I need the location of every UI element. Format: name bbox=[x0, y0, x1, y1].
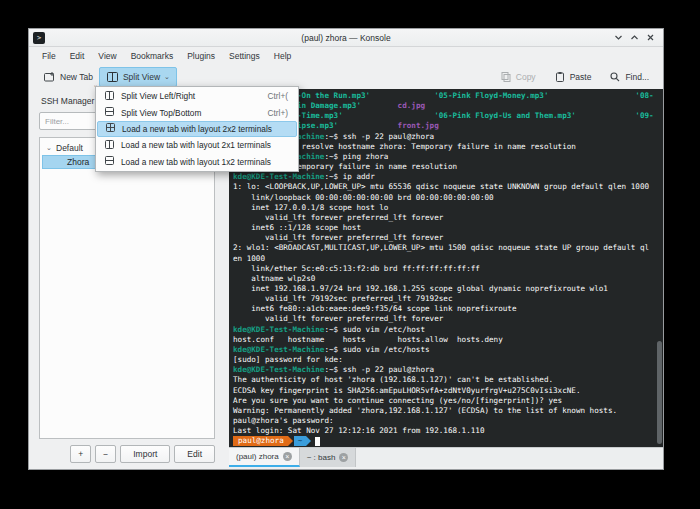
terminal-line: 1: lo: <LOOPBACK,UP,LOWER_UP> mtu 65536 … bbox=[233, 182, 663, 192]
terminal-line: ECDSA key fingerprint is SHA256:amEpuLHO… bbox=[233, 386, 663, 396]
tab-bar: (paul) zhora×~ : bash× bbox=[229, 447, 663, 467]
menu-item-split-view-top-bottom[interactable]: Split View Top/BottomCtrl+) bbox=[97, 104, 297, 120]
powerline-arrow-icon bbox=[288, 436, 293, 446]
paste-label: Paste bbox=[570, 72, 592, 82]
terminal-line: paul@zhora's password: bbox=[233, 416, 663, 426]
tree-item-label: Zhora bbox=[67, 157, 89, 167]
terminal-line: inet 127.0.0.1/8 scope host lo bbox=[233, 203, 663, 213]
add-host-button[interactable]: + bbox=[70, 445, 91, 463]
import-button[interactable]: Import bbox=[120, 445, 170, 463]
terminal-line: inet6 ::1/128 scope host bbox=[233, 223, 663, 233]
search-icon bbox=[609, 71, 621, 83]
split-top-bottom-icon bbox=[104, 106, 115, 119]
menu-item-load-a-new-tab-with-layout-2x1-terminals[interactable]: Load a new tab with layout 2x1 terminals bbox=[97, 137, 297, 153]
window-title: (paul) zhora — Konsole bbox=[29, 33, 663, 43]
menu-item-shortcut: Ctrl+) bbox=[267, 108, 292, 118]
find-button[interactable]: Find... bbox=[603, 68, 655, 86]
menu-edit[interactable]: Edit bbox=[63, 49, 92, 63]
menu-item-label: Load a new tab with layout 2x2 terminals bbox=[122, 124, 272, 134]
menu-plugins[interactable]: Plugins bbox=[180, 49, 222, 63]
copy-label: Copy bbox=[516, 72, 536, 82]
expander-icon[interactable]: ⌄ bbox=[46, 144, 56, 152]
split-view-menu: Split View Left/RightCtrl+(Split View To… bbox=[95, 86, 299, 172]
find-label: Find... bbox=[625, 72, 649, 82]
terminal-line: Warning: Permanently added 'zhora,192.16… bbox=[233, 406, 663, 416]
terminal-line: Last login: Sat Nov 27 12:12:16 2021 fro… bbox=[233, 426, 663, 436]
split-view-icon bbox=[106, 71, 119, 83]
terminal-line: [sudo] password for kde: bbox=[233, 355, 663, 365]
layout-2x2-icon bbox=[105, 122, 116, 135]
terminal-line: kde@KDE-Test-Machine:~$ sudo vim /etc/ho… bbox=[233, 345, 663, 355]
menubar: FileEditViewBookmarksPluginsSettingsHelp bbox=[29, 47, 663, 65]
terminal-line: The authenticity of host 'zhora (192.168… bbox=[233, 375, 663, 385]
terminal-line: kde@KDE-Test-Machine:~$ ssh -p 22 paul@z… bbox=[233, 365, 663, 375]
prompt-user-segment: paul@zhora bbox=[233, 436, 288, 446]
shell-prompt: paul@zhora~ bbox=[233, 436, 663, 446]
menu-file[interactable]: File bbox=[35, 49, 63, 63]
menu-item-split-view-left-right[interactable]: Split View Left/RightCtrl+( bbox=[97, 88, 297, 104]
terminal-line: valid_lft forever preferred_lft forever bbox=[233, 314, 663, 324]
remove-host-button[interactable]: − bbox=[95, 445, 116, 463]
paste-button[interactable]: Paste bbox=[548, 68, 598, 86]
terminal-line: link/loopback 00:00:00:00:00:00 brd 00:0… bbox=[233, 193, 663, 203]
tab-close-icon[interactable]: × bbox=[283, 452, 292, 461]
layout-2x1-icon bbox=[104, 139, 115, 152]
ssh-manager-actions: +−ImportEdit bbox=[39, 445, 215, 463]
tab-label: ~ : bash bbox=[307, 453, 336, 462]
session-tab--bash[interactable]: ~ : bash× bbox=[300, 448, 357, 467]
paste-icon bbox=[554, 71, 566, 83]
titlebar[interactable]: > (paul) zhora — Konsole bbox=[29, 29, 663, 47]
chevron-down-icon: ⌄ bbox=[164, 75, 170, 79]
prompt-path-segment: ~ bbox=[294, 436, 307, 446]
menu-help[interactable]: Help bbox=[267, 49, 298, 63]
konsole-window: > (paul) zhora — Konsole FileEditViewBoo… bbox=[28, 28, 664, 470]
copy-button[interactable]: Copy bbox=[494, 68, 542, 86]
menu-view[interactable]: View bbox=[91, 49, 123, 63]
new-tab-button[interactable]: New Tab ⌄ bbox=[37, 68, 99, 86]
terminal-line: valid_lft forever preferred_lft forever bbox=[233, 233, 663, 243]
menu-item-load-a-new-tab-with-layout-2x2-terminals[interactable]: Load a new tab with layout 2x2 terminals bbox=[97, 121, 297, 137]
split-left-right-icon bbox=[104, 90, 115, 103]
menu-settings[interactable]: Settings bbox=[222, 49, 267, 63]
terminal-line: Are you sure you want to continue connec… bbox=[233, 396, 663, 406]
terminal-line: valid_lft forever preferred_lft forever bbox=[233, 213, 663, 223]
tab-label: (paul) zhora bbox=[236, 452, 279, 461]
terminal-line: inet 192.168.1.97/24 brd 192.168.1.255 s… bbox=[233, 284, 663, 294]
terminal-line: link/ether 5c:e0:c5:13:f2:db brd ff:ff:f… bbox=[233, 264, 663, 274]
terminal-line: kde@KDE-Test-Machine:~$ sudo vim /etc/ho… bbox=[233, 325, 663, 335]
tab-bar-empty-area bbox=[356, 448, 663, 467]
terminal-line: host.conf hostname hosts hosts.allow hos… bbox=[233, 335, 663, 345]
terminal-line: kde@KDE-Test-Machine:~$ ip addr bbox=[233, 172, 663, 182]
terminal-line: valid_lft 79192sec preferred_lft 79192se… bbox=[233, 294, 663, 304]
ssh-host-tree: ⌄ Default Zhora bbox=[39, 137, 215, 439]
terminal-scrollbar[interactable] bbox=[657, 341, 662, 444]
split-view-label: Split View bbox=[123, 72, 160, 82]
new-tab-label: New Tab bbox=[60, 72, 93, 82]
tree-group-label: Default bbox=[56, 143, 83, 153]
powerline-arrow-icon bbox=[306, 436, 311, 446]
menu-item-load-a-new-tab-with-layout-1x2-terminals[interactable]: Load a new tab with layout 1x2 terminals bbox=[97, 154, 297, 170]
menu-bookmarks[interactable]: Bookmarks bbox=[124, 49, 181, 63]
layout-1x2-icon bbox=[104, 155, 115, 168]
terminal-line: inet6 fe80::a1cb:eaee:dee9:f35/64 scope … bbox=[233, 304, 663, 314]
menu-item-label: Split View Left/Right bbox=[121, 91, 195, 101]
menu-item-label: Load a new tab with layout 2x1 terminals bbox=[121, 140, 271, 150]
split-view-button[interactable]: Split View ⌄ bbox=[99, 67, 177, 87]
session-tab--paul-zhora[interactable]: (paul) zhora× bbox=[229, 448, 300, 467]
menu-item-label: Load a new tab with layout 1x2 terminals bbox=[121, 157, 271, 167]
menu-item-label: Split View Top/Bottom bbox=[121, 108, 201, 118]
copy-icon bbox=[500, 71, 512, 83]
terminal-line: en 1000 bbox=[233, 254, 663, 264]
new-tab-icon bbox=[43, 71, 56, 83]
terminal-cursor bbox=[315, 437, 320, 446]
terminal-line: altname wlp2s0 bbox=[233, 274, 663, 284]
edit-button[interactable]: Edit bbox=[174, 445, 215, 463]
tab-close-icon[interactable]: × bbox=[339, 453, 348, 462]
desktop-background: > (paul) zhora — Konsole FileEditViewBoo… bbox=[0, 0, 700, 509]
menu-item-shortcut: Ctrl+( bbox=[267, 91, 292, 101]
terminal-line: 2: wlo1: <BROADCAST,MULTICAST,UP,LOWER_U… bbox=[233, 243, 663, 253]
